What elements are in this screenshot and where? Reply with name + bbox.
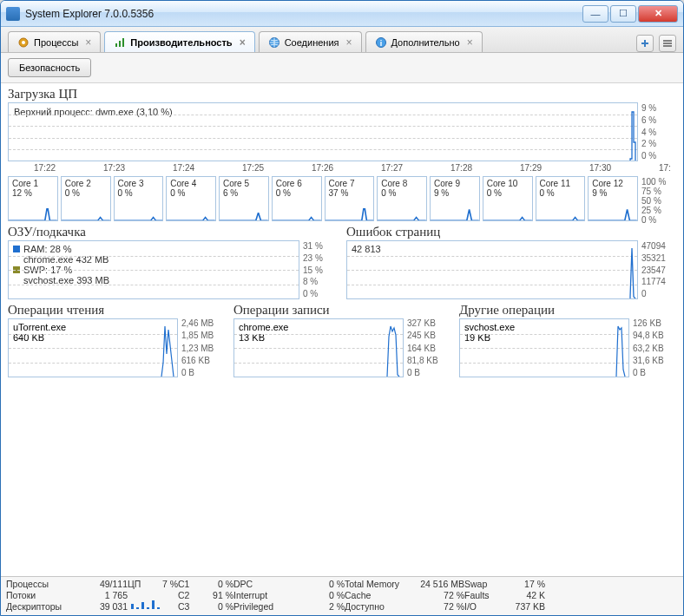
sb-faults-val: 42 K — [503, 590, 545, 600]
cpu-graph[interactable]: Верхний процесс: dwm.exe (3,10 %) — [8, 102, 638, 161]
ram-title: ОЗУ/подкачка — [8, 225, 338, 239]
ops-read-proc: uTorrent.exe — [13, 322, 173, 332]
ram-line: RAM: 28 % — [23, 244, 72, 254]
core-pct: 0 % — [65, 188, 107, 198]
core-box-8[interactable]: Core 80 % — [377, 176, 427, 221]
ram-faults-row: ОЗУ/подкачка RAM: 28 % chrome.exe 432 MB… — [8, 225, 676, 299]
sb-threads-label: Потоки — [6, 590, 84, 600]
faults-value: 42 813 — [352, 244, 633, 254]
svg-rect-3 — [119, 41, 121, 47]
tab-label: Процессы — [34, 37, 78, 48]
window-controls: — ☐ ✕ — [581, 5, 678, 23]
core-box-9[interactable]: Core 99 % — [430, 176, 480, 221]
cores-y-axis: 100 %75 %50 %25 %0 % — [641, 176, 676, 221]
close-icon[interactable]: × — [85, 36, 91, 49]
sb-c3-val: 0 % — [202, 601, 233, 612]
info-icon: i — [375, 36, 387, 49]
ops-other-graph[interactable]: svchost.exe 19 KB — [459, 318, 629, 377]
sb-priv-val: 2 % — [319, 601, 345, 612]
sb-interrupt-val: 0 % — [319, 590, 345, 600]
core-box-12[interactable]: Core 129 % — [588, 176, 638, 221]
ram-graph[interactable]: RAM: 28 % chrome.exe 432 MB SWP: 17 % sv… — [8, 240, 299, 299]
sb-cache-label: Cache — [345, 590, 411, 600]
ops-write-proc: chrome.exe — [239, 322, 398, 332]
core-name: Core 3 — [118, 179, 160, 188]
sb-c3-label: C3 — [178, 601, 202, 612]
svg-rect-10 — [141, 602, 144, 609]
sb-dpc-label: DPC — [233, 579, 277, 589]
sb-cpu-sparkline — [128, 590, 152, 612]
cores-row: Core 112 %Core 20 %Core 30 %Core 40 %Cor… — [8, 176, 676, 221]
close-icon[interactable]: × — [346, 36, 352, 49]
sb-handles-val: 39 031 — [84, 601, 128, 612]
sb-cpu-label: ЦП — [128, 579, 152, 589]
sb-faults-label: Faults — [464, 590, 503, 600]
close-icon[interactable]: × — [467, 36, 473, 49]
tab-additional[interactable]: i Дополнительно × — [365, 31, 483, 52]
sb-processes-val: 49/111 — [84, 579, 128, 589]
sb-cache-val: 72 % — [411, 590, 464, 600]
ops-read-title: Операции чтения — [8, 303, 225, 318]
core-pct: 0 % — [540, 188, 582, 198]
core-box-3[interactable]: Core 30 % — [114, 176, 164, 221]
core-name: Core 6 — [276, 179, 318, 188]
ops-other-title: Другие операции — [459, 303, 676, 318]
core-name: Core 4 — [170, 179, 212, 188]
core-box-6[interactable]: Core 60 % — [272, 176, 322, 221]
ram-y-axis: 31 %23 %15 %8 %0 % — [303, 240, 338, 299]
core-box-7[interactable]: Core 737 % — [325, 176, 375, 221]
core-box-11[interactable]: Core 110 % — [536, 176, 586, 221]
sb-interrupt-label: Interrupt — [233, 590, 277, 600]
maximize-button[interactable]: ☐ — [610, 5, 636, 23]
core-box-5[interactable]: Core 56 % — [219, 176, 269, 221]
core-box-10[interactable]: Core 100 % — [483, 176, 533, 221]
ops-write-graph[interactable]: chrome.exe 13 KB — [233, 318, 404, 377]
tab-label: Производительность — [130, 37, 232, 48]
svg-rect-11 — [147, 607, 149, 609]
core-pct: 0 % — [487, 188, 529, 198]
faults-title: Ошибок страниц — [346, 225, 676, 239]
core-box-4[interactable]: Core 40 % — [166, 176, 216, 221]
tab-label: Соединения — [285, 37, 339, 48]
core-pct: 0 % — [118, 188, 160, 198]
cpu-title: Загрузка ЦП — [8, 87, 676, 102]
faults-graph[interactable]: 42 813 — [346, 240, 638, 299]
tab-menu-button[interactable] — [659, 35, 676, 52]
close-button[interactable]: ✕ — [638, 5, 678, 23]
svg-text:i: i — [379, 39, 382, 48]
core-pct: 12 % — [12, 188, 54, 198]
svg-rect-8 — [131, 604, 134, 609]
tab-connections[interactable]: Соединения × — [259, 31, 362, 52]
cpu-y-axis: 9 %6 %4 %2 %0 % — [641, 102, 676, 161]
tab-processes[interactable]: Процессы × — [8, 31, 101, 52]
core-name: Core 11 — [540, 179, 582, 188]
sb-swap-label: Swap — [464, 579, 503, 589]
core-pct: 37 % — [329, 188, 371, 198]
titlebar[interactable]: System Explorer 7.0.0.5356 — ☐ ✕ — [1, 1, 683, 27]
sb-avail-label: Доступно — [345, 601, 411, 612]
core-pct: 0 % — [381, 188, 423, 198]
tab-performance[interactable]: Производительность × — [104, 31, 254, 52]
sb-c1-val: 0 % — [202, 579, 233, 589]
minimize-button[interactable]: — — [582, 5, 608, 23]
faults-y-axis: 470943532123547117740 — [641, 240, 676, 299]
ops-read-graph[interactable]: uTorrent.exe 640 KB — [8, 318, 178, 377]
sb-threads-val: 1 765 — [84, 590, 128, 600]
security-button[interactable]: Безопасность — [8, 58, 91, 77]
core-box-2[interactable]: Core 20 % — [61, 176, 111, 221]
close-icon[interactable]: × — [240, 36, 246, 49]
window-title: System Explorer 7.0.0.5356 — [25, 8, 154, 20]
ops-write-y: 327 KB245 KB164 KB81,8 KB0 B — [407, 318, 451, 377]
add-tab-button[interactable] — [636, 35, 654, 52]
core-name: Core 2 — [65, 179, 107, 188]
content-area: Загрузка ЦП Верхний процесс: dwm.exe (3,… — [1, 83, 683, 576]
core-name: Core 5 — [223, 179, 265, 188]
app-icon — [6, 7, 20, 21]
core-box-1[interactable]: Core 112 % — [8, 176, 58, 221]
core-name: Core 1 — [12, 179, 54, 188]
section-cpu: Загрузка ЦП Верхний процесс: dwm.exe (3,… — [8, 87, 676, 173]
sb-totalmem-val: 24 516 MB — [411, 579, 464, 589]
sb-dpc-val: 0 % — [319, 579, 345, 589]
sb-io-val: 737 KB — [503, 601, 545, 612]
core-name: Core 7 — [329, 179, 371, 188]
